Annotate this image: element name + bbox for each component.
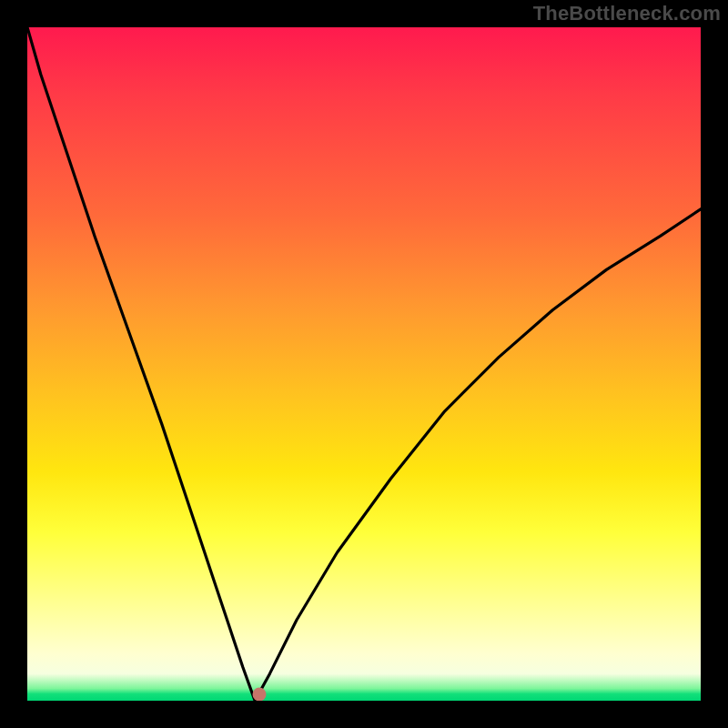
- plot-area: [27, 27, 701, 701]
- watermark-text: TheBottleneck.com: [533, 2, 721, 25]
- minimum-marker: [253, 688, 267, 701]
- chart-frame: TheBottleneck.com: [0, 0, 728, 728]
- bottleneck-curve: [27, 27, 701, 701]
